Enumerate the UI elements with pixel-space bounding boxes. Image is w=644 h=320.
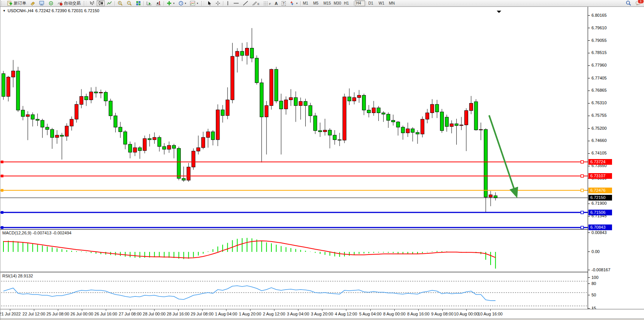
time-axis-tick <box>154 309 155 311</box>
macd-axis-tick <box>588 270 590 270</box>
text-tool-button[interactable]: A <box>273 0 279 6</box>
chevron-down-icon: ▾ <box>296 2 298 5</box>
tile-windows-button[interactable] <box>134 0 142 6</box>
cursor-button[interactable] <box>206 0 213 6</box>
timeframe-button-m15[interactable]: M15 <box>322 0 332 6</box>
time-axis-label: 8 Aug 00:00 <box>383 312 406 316</box>
time-axis-label: 8 Aug 16:00 <box>407 312 430 316</box>
search-icon[interactable] <box>626 0 631 6</box>
toolbar-grip[interactable] <box>2 1 4 6</box>
price-line-label: 6.71506 <box>588 210 612 215</box>
terminal-button[interactable] <box>38 0 46 6</box>
fibonacci-icon <box>263 1 269 6</box>
fibonacci-tool-button[interactable]: F <box>262 0 273 6</box>
arrows-tool-button[interactable]: ▾ <box>288 0 299 6</box>
bar-chart-icon <box>89 1 94 6</box>
time-axis-label: 22 Jul 12:00 <box>22 312 45 316</box>
new-order-label: 新订单 <box>14 0 26 6</box>
macd-panel-canvas[interactable] <box>0 230 588 272</box>
rsi-panel-canvas[interactable] <box>0 272 588 309</box>
candlestick-chart-type-button[interactable] <box>97 0 105 6</box>
line-chart-icon <box>107 1 112 6</box>
price-axis-tick <box>588 103 590 103</box>
new-order-button[interactable]: 新订单 <box>6 0 28 6</box>
time-axis-label: 26 Jul 00:00 <box>70 312 93 316</box>
chart-shift-button[interactable] <box>154 0 163 6</box>
line-chart-type-button[interactable] <box>105 0 113 6</box>
toolbar: 新订单 自动交易 ▾ ▾ ▾ E F A <box>0 0 644 7</box>
time-axis-tick <box>322 309 322 311</box>
timeframe-button-mn[interactable]: MN <box>387 0 398 6</box>
time-axis-tick <box>202 309 202 311</box>
time-axis-label: 3 Aug 04:00 <box>287 312 309 316</box>
signal-icon <box>48 1 54 6</box>
rsi-axis-tick <box>588 277 590 278</box>
crosshair-button[interactable] <box>214 0 222 6</box>
timeframe-button-w1[interactable]: W1 <box>377 0 387 6</box>
auto-trading-button[interactable]: 自动交易 <box>56 0 82 6</box>
price-line-label: 6.73107 <box>588 173 612 179</box>
time-axis-label: 10 Aug 16:00 <box>478 312 503 316</box>
auto-scroll-button[interactable] <box>145 0 153 6</box>
macd-axis-tick-label: -0.008167 <box>591 267 611 272</box>
time-axis-label: 10 Aug 00:00 <box>454 312 479 316</box>
time-axis-label: 21 Jul 2022 <box>0 312 21 316</box>
time-axis-label: 25 Jul 08:00 <box>46 312 69 316</box>
toolbar-grip[interactable] <box>84 1 86 6</box>
timeframe-button-d1[interactable]: D1 <box>367 0 377 6</box>
price-axis-tick <box>588 15 590 16</box>
timeframe-button-m30[interactable]: M30 <box>332 0 343 6</box>
signals-button[interactable] <box>47 0 55 6</box>
chart-window: ▼ USDCNH-,H4 6.72242 6.72390 6.72031 6.7… <box>0 6 644 320</box>
eraser-button[interactable] <box>29 0 37 6</box>
timeframe-button-m1[interactable]: M1 <box>301 0 312 6</box>
chart-ohlc-values: 6.72242 6.72390 6.72031 6.72150 <box>35 8 99 13</box>
timeframe-button-m5[interactable]: M5 <box>312 0 322 6</box>
price-line-label: 6.73724 <box>588 159 612 165</box>
time-axis-label: 27 Jul 08:00 <box>119 312 142 316</box>
bar-chart-type-button[interactable] <box>88 0 96 6</box>
auto-trading-label: 自动交易 <box>64 0 81 6</box>
timeframe-button-h1[interactable]: H1 <box>343 0 353 6</box>
chat-button[interactable]: 1 <box>635 0 641 6</box>
collapse-icon[interactable]: ▼ <box>3 9 6 13</box>
time-axis-tick <box>10 309 10 311</box>
price-axis[interactable]: 6.801656.796106.790556.785156.779606.774… <box>588 7 644 309</box>
zoom-out-button[interactable] <box>125 0 134 6</box>
tile-windows-icon <box>136 1 141 6</box>
time-axis[interactable]: 21 Jul 202222 Jul 12:0025 Jul 08:0026 Ju… <box>0 309 644 319</box>
template-button[interactable]: ▾ <box>188 0 200 6</box>
chevron-down-icon: ▾ <box>173 2 175 5</box>
channel-tool-button[interactable]: E <box>250 0 261 6</box>
auto-scroll-icon <box>147 1 152 6</box>
price-chart-canvas[interactable] <box>0 7 588 229</box>
trendline-tool-button[interactable] <box>241 0 250 6</box>
price-axis-tick-label: 6.75200 <box>591 126 607 131</box>
price-axis-tick <box>588 204 590 204</box>
price-axis-tick-label: 6.76310 <box>591 100 607 105</box>
autotrading-icon <box>57 1 63 6</box>
time-axis-label: 28 Jul 16:00 <box>167 312 190 316</box>
time-axis-label: 1 Aug 04:00 <box>215 312 238 316</box>
zoom-in-button[interactable] <box>116 0 124 6</box>
chart-symbol-period: USDCNH-,H4 <box>8 8 33 13</box>
vertical-line-tool-button[interactable] <box>225 0 231 6</box>
price-axis-tick-label: 6.76865 <box>591 88 607 93</box>
toolbar-grip[interactable] <box>201 1 204 6</box>
channel-letter: E <box>258 2 260 6</box>
new-order-icon <box>7 1 13 6</box>
rsi-axis-tick <box>588 283 590 284</box>
horizontal-line-tool-button[interactable] <box>232 0 241 6</box>
time-axis-tick <box>178 309 179 311</box>
crosshair-icon <box>215 1 220 6</box>
macd-axis-tick-label: 0.00843 <box>591 230 607 235</box>
toolbar-separator <box>164 1 164 6</box>
period-button[interactable]: ▾ <box>177 0 188 6</box>
timeframe-button-h4[interactable]: H4 <box>355 0 365 6</box>
price-axis-tick-label: 6.77405 <box>591 76 607 81</box>
timeframe-group: M1M5M15M30H1H4D1W1MN <box>301 0 398 6</box>
add-indicator-button[interactable]: ▾ <box>165 0 176 6</box>
chevron-down-icon: ▾ <box>197 2 198 5</box>
time-axis-label: 4 Aug 12:00 <box>335 312 357 316</box>
text-label-tool-button[interactable]: T <box>280 0 288 6</box>
